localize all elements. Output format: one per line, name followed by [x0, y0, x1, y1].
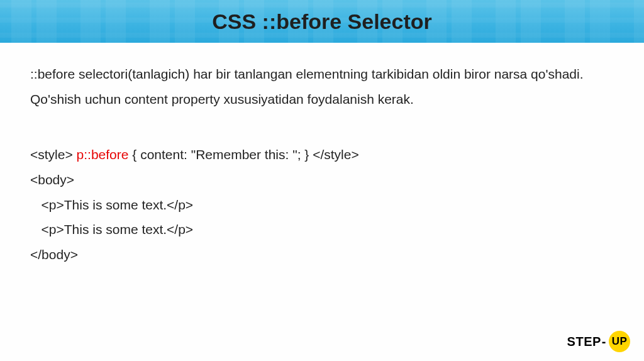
code-block: <style> p::before { content: "Remember t…: [30, 142, 614, 267]
logo-step-text: STEP: [567, 335, 601, 349]
slide-title: CSS ::before Selector: [212, 9, 432, 34]
description-text: ::before selectori(tanlagich) har bir ta…: [30, 62, 614, 112]
css-rule: { content: "Remember this: "; } </style>: [128, 147, 358, 162]
code-line-body-close: </body>: [30, 242, 614, 267]
logo-dash: -: [602, 335, 606, 349]
logo-up-badge: UP: [609, 331, 630, 352]
slide-header: CSS ::before Selector: [0, 0, 644, 43]
code-line-p1: <p>This is some text.</p>: [30, 192, 614, 218]
code-line-body-open: <body>: [30, 167, 614, 192]
slide-content: ::before selectori(tanlagich) har bir ta…: [0, 43, 644, 267]
code-line-p2: <p>This is some text.</p>: [30, 217, 614, 242]
style-open-tag: <style>: [30, 147, 77, 162]
selector-highlight: p::before: [77, 147, 129, 162]
footer-logo: STEP-UP: [567, 331, 630, 352]
code-line-style: <style> p::before { content: "Remember t…: [30, 142, 614, 167]
